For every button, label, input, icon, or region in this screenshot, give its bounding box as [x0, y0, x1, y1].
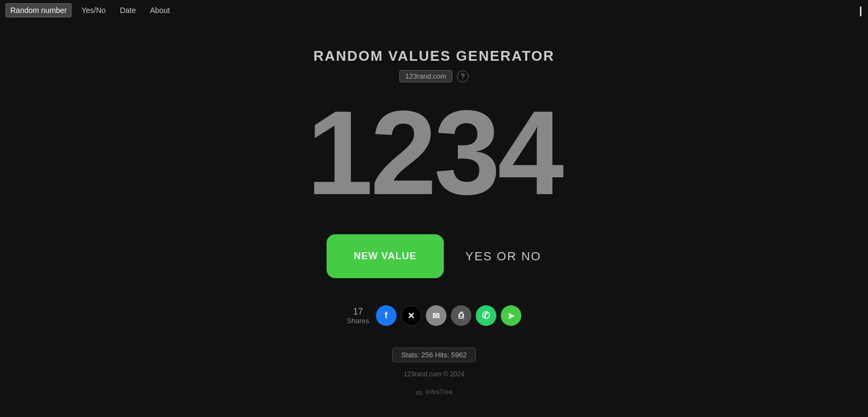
nav-item-about[interactable]: About	[145, 4, 174, 17]
email-icon: ✉	[432, 311, 439, 321]
twitter-icon: ✕	[407, 311, 414, 321]
share-email-button[interactable]: ✉	[426, 305, 446, 326]
share-twitter-button[interactable]: ✕	[401, 305, 422, 326]
share-general-button[interactable]: ➤	[501, 305, 521, 326]
nav-bar: Random number Yes/No Date About	[0, 0, 868, 21]
share-general-icon: ➤	[507, 311, 514, 321]
footer-infinity: ∞ InfiniTree	[404, 384, 464, 401]
share-facebook-button[interactable]: f	[376, 305, 397, 326]
footer-infinity-label: InfiniTree	[426, 387, 453, 399]
share-print-button[interactable]: ⎙	[451, 305, 471, 326]
cursor-blink	[860, 7, 861, 16]
nav-item-random-number[interactable]: Random number	[5, 3, 72, 17]
yes-or-no-link[interactable]: YES OR NO	[465, 249, 541, 264]
help-icon[interactable]: ?	[457, 70, 469, 82]
buttons-row: NEW VALUE YES OR NO	[327, 234, 541, 278]
share-whatsapp-button[interactable]: ✆	[476, 305, 496, 326]
whatsapp-icon: ✆	[482, 310, 490, 322]
random-number-display: 1234	[307, 93, 561, 213]
share-count: 17 Shares	[347, 307, 369, 325]
share-row: 17 Shares f ✕ ✉ ⎙ ✆ ➤	[347, 305, 521, 326]
stats-bar: Stats: 256 Hits: 5962	[392, 348, 476, 362]
facebook-icon: f	[385, 311, 387, 320]
print-icon: ⎙	[458, 311, 464, 320]
share-count-label: Shares	[347, 317, 369, 325]
main-container: RANDOM VALUES GENERATOR 123rand.com ? 12…	[0, 21, 868, 401]
new-value-button[interactable]: NEW VALUE	[327, 234, 444, 278]
infinity-icon: ∞	[416, 384, 423, 401]
nav-item-yesno[interactable]: Yes/No	[77, 4, 110, 17]
page-title: RANDOM VALUES GENERATOR	[314, 48, 555, 65]
footer: 123rand.com © 2024 ∞ InfiniTree	[404, 369, 464, 401]
domain-bar: 123rand.com ?	[399, 70, 469, 82]
share-count-number: 17	[353, 307, 363, 317]
nav-item-date[interactable]: Date	[116, 4, 141, 17]
domain-badge: 123rand.com	[399, 70, 452, 82]
footer-copyright: 123rand.com © 2024	[404, 369, 464, 381]
